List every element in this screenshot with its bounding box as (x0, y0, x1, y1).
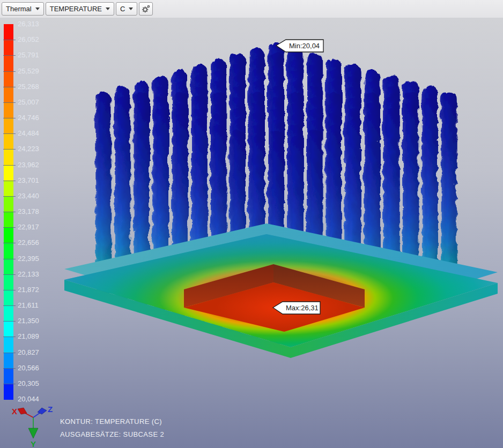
min-flag[interactable]: Min:20,04 (276, 40, 323, 52)
max-flag-text: Max:26,31 (286, 304, 319, 312)
min-flag-text: Min:20,04 (289, 42, 320, 50)
axis-x-arrow (18, 408, 27, 414)
axis-y-label: Y (31, 439, 36, 448)
orientation-triad[interactable]: XZY (12, 405, 53, 448)
axis-z-label: Z (48, 405, 53, 414)
result-info: KONTUR: TEMPERATURE (C) AUSGABESÄTZE: SU… (60, 417, 164, 443)
scene-3d: Min:20,04Max:26,31XZY (0, 0, 503, 448)
contour-type-label: KONTUR: TEMPERATURE (C) (60, 417, 164, 425)
axis-x-label: X (12, 407, 17, 416)
nx-post-view-window: ThermalTEMPERATUREC Min:20,04Max:26,31XZ… (0, 0, 503, 448)
max-flag[interactable]: Max:26,31 (273, 302, 320, 314)
output-set-label: AUSGABESÄTZE: SUBCASE 2 (60, 430, 164, 438)
axis-y-arrow (28, 428, 38, 438)
viewport-3d[interactable]: Min:20,04Max:26,31XZY 26,31326,05225,791… (0, 18, 503, 448)
